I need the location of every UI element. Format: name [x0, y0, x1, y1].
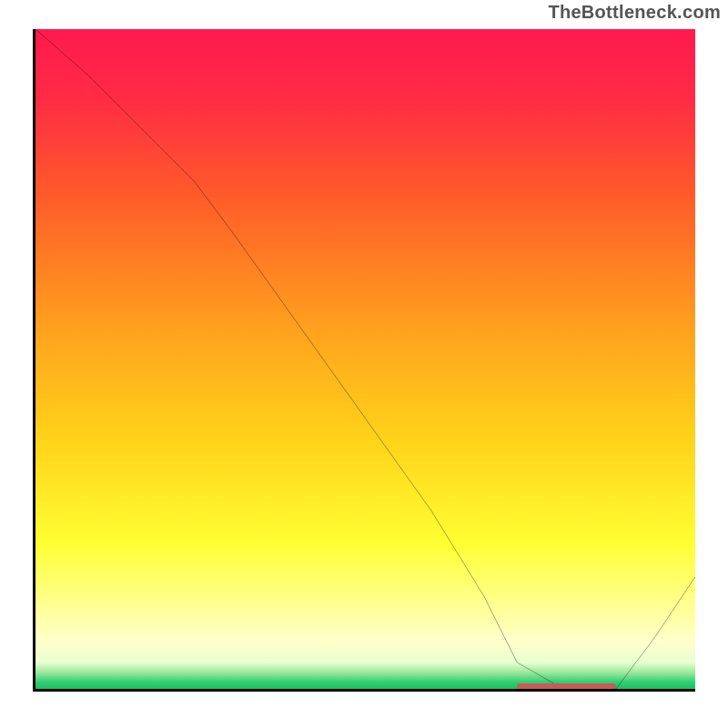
watermark-text: TheBottleneck.com [548, 2, 721, 23]
gradient-background [35, 29, 695, 689]
chart-container: TheBottleneck.com [0, 0, 728, 728]
chart-svg [35, 29, 695, 689]
optimal-region-marker [517, 683, 616, 689]
plot-area [33, 29, 695, 692]
